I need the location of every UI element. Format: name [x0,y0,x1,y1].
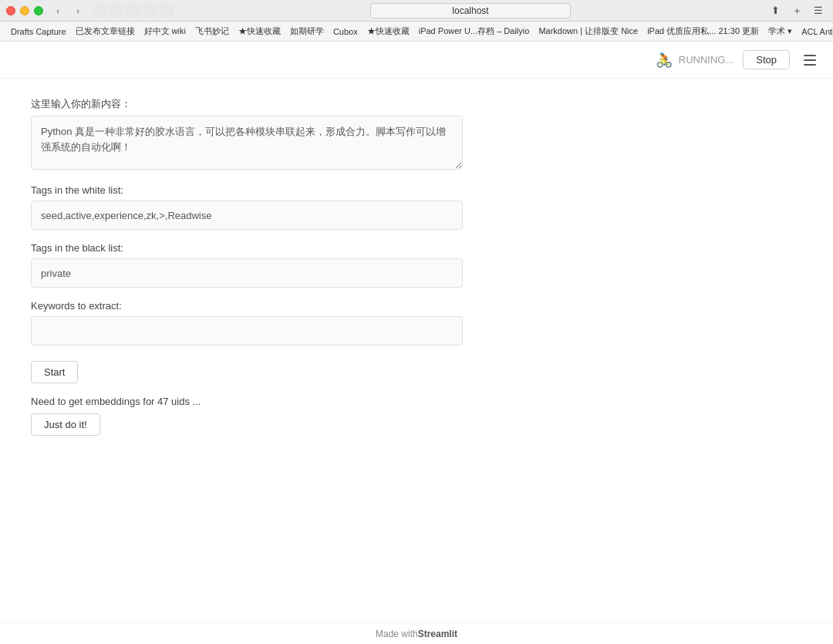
bookmark-quick-save2[interactable]: ★快速收藏 [363,24,414,39]
maximize-button[interactable] [34,6,43,15]
start-section: Start [31,358,802,383]
sidebar-toggle-button[interactable]: ☰ [810,4,827,18]
keywords-section: Keywords to extract: [31,300,802,346]
hamburger-menu[interactable] [799,49,821,71]
bookmark-acl[interactable]: ACL Anthology [797,25,833,38]
tab-icon-4 [143,4,157,18]
bookmark-drafts-capture[interactable]: Drafts Capture [6,25,71,38]
tab-icon-2 [110,4,123,18]
bookmarks-bar: Drafts Capture 已发布文章链接 好中文 wiki 飞书妙记 ★快速… [0,22,833,42]
close-button[interactable] [6,6,15,15]
bookmark-quick-save[interactable]: ★快速收藏 [234,24,285,39]
bookmark-ipad-apps[interactable]: iPad 优质应用私... 21:30 更新 [642,24,764,39]
keywords-label: Keywords to extract: [31,300,802,312]
blacklist-input[interactable] [31,258,463,288]
forward-button[interactable]: › [69,4,86,18]
embeddings-text: Need to get embeddings for 47 uids ... [31,396,802,407]
bookmark-markdown[interactable]: Markdown | 让排版变 Nice [534,24,642,39]
stop-button[interactable]: Stop [743,50,790,69]
bookmark-chinese-wiki[interactable]: 好中文 wiki [140,24,191,39]
app-footer: Made with Streamlit [0,622,833,644]
app-header: 🚴 RUNNING... Stop [0,42,833,79]
bike-icon: 🚴 [656,52,673,69]
traffic-lights [6,6,43,15]
content-textarea[interactable]: Python 真是一种非常好的胶水语言，可以把各种模块串联起来，形成合力。脚本写… [31,116,463,170]
back-button[interactable]: ‹ [49,4,66,18]
title-bar: ‹ › localhost ⬆ ＋ ☰ [0,0,833,22]
whitelist-label: Tags in the white list: [31,184,802,196]
new-tab-button[interactable]: ＋ [788,4,805,18]
footer-brand: Streamlit [418,629,457,639]
blacklist-section: Tags in the black list: [31,242,802,288]
running-text: RUNNING... [679,54,734,66]
address-bar: localhost [236,3,705,19]
bookmark-cubox[interactable]: Cubox [329,25,363,38]
tab-icon-1 [93,4,106,18]
menu-line-1 [804,55,816,56]
footer-made-with: Made with [376,629,418,639]
bookmark-feishu[interactable]: 飞书妙记 [191,24,234,39]
menu-line-3 [804,64,816,66]
menu-line-2 [804,59,816,61]
blacklist-label: Tags in the black list: [31,242,802,254]
start-button[interactable]: Start [31,361,78,383]
main-content: 这里输入你的新内容： Python 真是一种非常好的胶水语言，可以把各种模块串联… [0,79,833,622]
embeddings-section: Need to get embeddings for 47 uids ... J… [31,396,802,436]
bookmark-ipad-power[interactable]: iPad Power U...存档 – Dailyio [414,24,535,39]
address-input[interactable]: localhost [370,3,571,19]
share-button[interactable]: ⬆ [767,4,784,18]
content-label: 这里输入你的新内容： [31,97,802,111]
minimize-button[interactable] [20,6,29,15]
tab-icon-3 [126,4,140,18]
keywords-input[interactable] [31,316,463,346]
tab-icons [93,4,174,18]
bookmark-knowledge[interactable]: 如期研学 [285,24,329,39]
tab-icon-5 [160,4,174,18]
bookmark-published[interactable]: 已发布文章链接 [71,24,140,39]
bookmark-academic[interactable]: 学术 ▾ [764,24,797,39]
running-indicator: 🚴 RUNNING... [656,52,734,69]
content-section: 这里输入你的新内容： Python 真是一种非常好的胶水语言，可以把各种模块串联… [31,97,802,172]
nav-buttons: ‹ › [49,4,86,18]
whitelist-input[interactable] [31,201,463,230]
whitelist-section: Tags in the white list: [31,184,802,230]
title-bar-right: ⬆ ＋ ☰ [767,4,827,18]
just-do-button[interactable]: Just do it! [31,413,100,436]
